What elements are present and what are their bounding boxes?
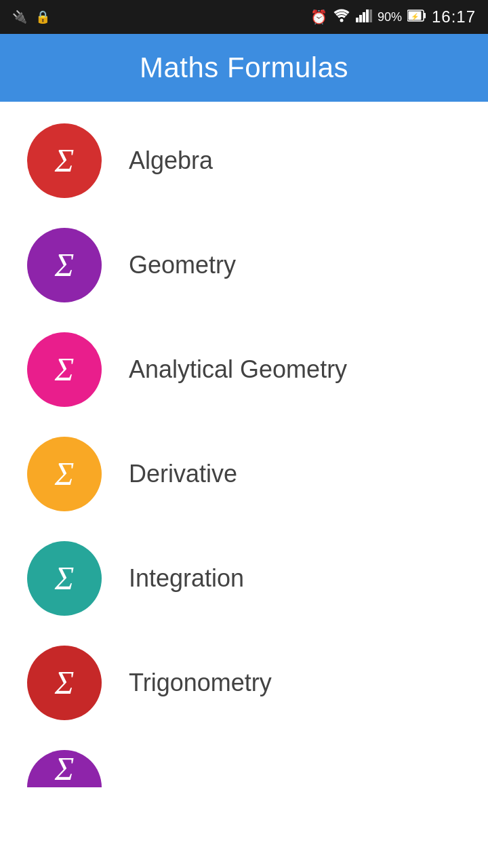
app-bar: Maths Formulas xyxy=(0,34,488,102)
svg-rect-3 xyxy=(363,12,365,22)
geometry-icon-circle: Σ xyxy=(27,228,102,302)
partial-icon-circle: Σ xyxy=(27,750,102,787)
geometry-label: Geometry xyxy=(129,251,236,279)
integration-label: Integration xyxy=(129,564,244,593)
svg-rect-7 xyxy=(424,13,426,18)
status-bar-right: ⏰ 90% xyxy=(310,7,476,26)
sigma-icon: Σ xyxy=(55,144,75,177)
sigma-icon: Σ xyxy=(55,353,75,386)
svg-rect-5 xyxy=(369,9,372,22)
signal-icon xyxy=(356,9,372,26)
trigonometry-label: Trigonometry xyxy=(129,669,272,697)
algebra-icon-circle: Σ xyxy=(27,123,102,198)
time-display: 16:17 xyxy=(432,7,476,26)
alarm-icon: ⏰ xyxy=(310,9,327,25)
list-item-partial[interactable]: Σ xyxy=(0,735,488,789)
list-item[interactable]: Σ Derivative xyxy=(0,422,488,526)
list-item[interactable]: Σ Integration xyxy=(0,526,488,631)
formula-list: Σ Algebra Σ Geometry Σ Analytical Geomet… xyxy=(0,102,488,796)
analytical-geometry-icon-circle: Σ xyxy=(27,332,102,407)
battery-percentage: 90% xyxy=(378,10,402,24)
svg-rect-4 xyxy=(366,9,369,22)
sigma-icon: Σ xyxy=(55,249,75,281)
sigma-icon: Σ xyxy=(55,753,75,785)
sigma-icon: Σ xyxy=(55,562,75,595)
trigonometry-icon-circle: Σ xyxy=(27,646,102,720)
status-bar: 🔌 🔒 ⏰ 90% xyxy=(0,0,488,34)
algebra-label: Algebra xyxy=(129,146,213,175)
derivative-icon-circle: Σ xyxy=(27,437,102,511)
svg-text:⚡: ⚡ xyxy=(411,12,420,21)
list-item[interactable]: Σ Geometry xyxy=(0,213,488,317)
sigma-icon: Σ xyxy=(55,458,75,490)
integration-icon-circle: Σ xyxy=(27,541,102,616)
list-item[interactable]: Σ Analytical Geometry xyxy=(0,317,488,422)
sigma-icon: Σ xyxy=(55,667,75,699)
svg-rect-2 xyxy=(359,15,362,22)
list-item[interactable]: Σ Trigonometry xyxy=(0,631,488,735)
battery-icon: ⚡ xyxy=(407,9,426,25)
wifi-icon xyxy=(333,9,350,26)
list-item[interactable]: Σ Algebra xyxy=(0,108,488,213)
svg-rect-1 xyxy=(356,18,359,22)
status-bar-left: 🔌 🔒 xyxy=(12,9,50,24)
usb-icon: 🔌 xyxy=(12,9,27,24)
derivative-label: Derivative xyxy=(129,460,237,488)
svg-point-0 xyxy=(340,18,343,22)
app-title: Maths Formulas xyxy=(140,52,348,84)
analytical-geometry-label: Analytical Geometry xyxy=(129,355,347,384)
lock-icon: 🔒 xyxy=(35,9,50,24)
